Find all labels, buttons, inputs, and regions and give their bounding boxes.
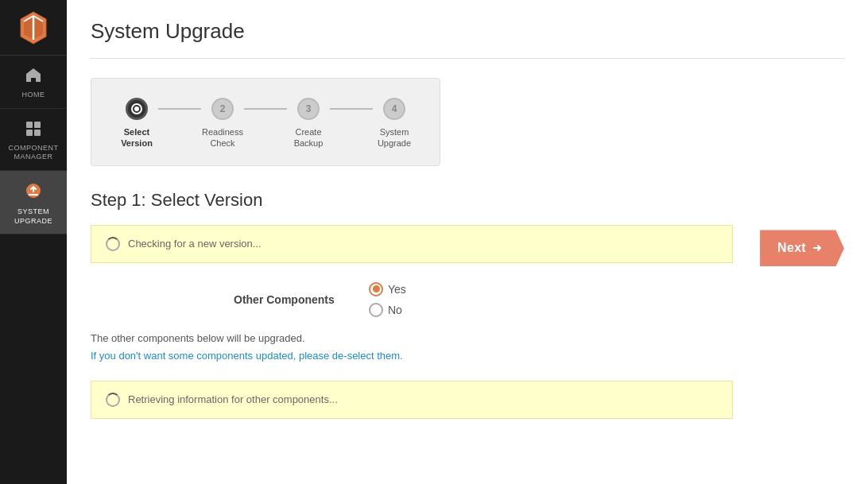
svg-rect-6 [34, 122, 41, 128]
magento-logo-icon [16, 10, 51, 45]
svg-point-11 [134, 106, 139, 111]
wizard-step-1-label: Select Version [115, 126, 158, 149]
checking-version-box: Checking for a new version... [91, 225, 733, 263]
title-divider [91, 58, 844, 59]
retrieving-info-box: Retrieving information for other compone… [91, 381, 733, 419]
home-icon [25, 67, 42, 87]
wizard-step-4-number: 4 [392, 103, 397, 114]
next-button-label: Next [777, 241, 806, 255]
option-yes-label: Yes [388, 283, 406, 296]
sidebar-item-component-manager-label: COMPONENT MANAGER [6, 144, 60, 162]
other-components-row: Other Components Yes No [234, 282, 733, 317]
component-manager-icon [25, 120, 42, 140]
retrieving-spinner-icon [106, 393, 120, 407]
other-components-label: Other Components [234, 293, 369, 306]
wizard-step-3: 3 Create Backup [287, 98, 330, 149]
sidebar-item-home[interactable]: HOME [0, 56, 67, 109]
wizard-step-2-number: 2 [220, 103, 226, 114]
option-no-label: No [388, 304, 402, 316]
sidebar: HOME COMPONENT MANAGER SYSTEM UPGRADE [0, 0, 67, 484]
wizard-step-1-circle [126, 98, 148, 120]
content-wrapper: Select Version 2 Readiness Check 3 Creat… [91, 78, 844, 419]
sidebar-logo [0, 0, 67, 56]
retrieving-text: Retrieving information for other compone… [128, 393, 338, 405]
wizard-connector-2 [244, 108, 287, 110]
checking-version-text: Checking for a new version... [128, 238, 262, 250]
next-button-wrapper: Next [760, 230, 844, 266]
wizard-connector-3 [330, 108, 373, 110]
sidebar-item-system-upgrade[interactable]: SYSTEM UPGRADE [0, 171, 67, 234]
step-title: Step 1: Select Version [91, 190, 733, 211]
option-yes[interactable]: Yes [369, 282, 406, 296]
wizard-step-2-circle: 2 [211, 98, 234, 120]
radio-no-icon [369, 303, 383, 317]
wizard-step-4-circle: 4 [383, 98, 405, 120]
sidebar-item-component-manager[interactable]: COMPONENT MANAGER [0, 109, 67, 171]
wizard-step-3-label: Create Backup [287, 126, 330, 149]
info-line2: If you don't want some components update… [91, 350, 403, 362]
sidebar-item-system-upgrade-label: SYSTEM UPGRADE [6, 207, 60, 226]
other-components-options: Yes No [369, 282, 406, 317]
wizard-connector-1 [158, 108, 201, 110]
svg-rect-8 [34, 130, 41, 136]
wizard-container: Select Version 2 Readiness Check 3 Creat… [91, 78, 440, 166]
sidebar-item-home-label: HOME [22, 91, 45, 100]
radio-yes-icon [369, 282, 383, 296]
wizard-step-2: 2 Readiness Check [201, 98, 244, 149]
step1-check-icon [131, 103, 142, 114]
option-no[interactable]: No [369, 303, 406, 317]
wizard-step-2-label: Readiness Check [201, 126, 244, 149]
wizard-step-3-circle: 3 [297, 98, 320, 120]
svg-rect-5 [26, 122, 33, 128]
wizard-step-1: Select Version [115, 98, 158, 149]
next-arrow-icon [812, 243, 822, 253]
svg-rect-7 [26, 130, 33, 136]
main-content: System Upgrade Select Version [67, 0, 868, 484]
wizard-step-4: 4 System Upgrade [373, 98, 416, 149]
next-button[interactable]: Next [760, 230, 844, 266]
page-title: System Upgrade [91, 19, 844, 44]
wizard-steps: Select Version 2 Readiness Check 3 Creat… [115, 98, 416, 149]
checking-spinner-icon [106, 237, 120, 251]
other-components-section: Other Components Yes No [234, 282, 733, 317]
info-line1: The other components below will be upgra… [91, 332, 305, 344]
wizard-step-4-label: System Upgrade [373, 126, 416, 149]
system-upgrade-icon [25, 182, 42, 203]
wizard-step-3-number: 3 [306, 103, 312, 114]
info-text: The other components below will be upgra… [91, 330, 733, 365]
